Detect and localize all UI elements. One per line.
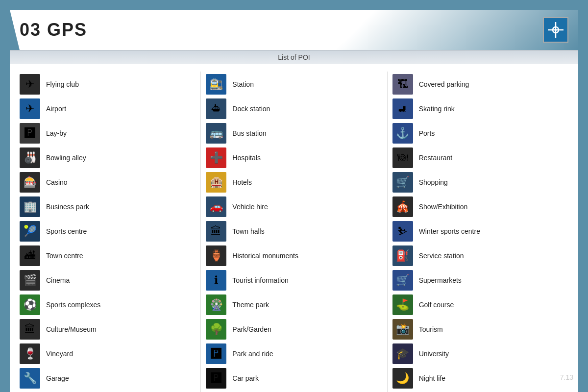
town-halls-label: Town halls (232, 227, 264, 235)
skating-rink-label: Skating rink (419, 105, 455, 113)
dock-station-label: Dock station (232, 105, 270, 113)
show-exhibition-label: Show/Exhibition (419, 203, 468, 211)
list-item: 🍷Vineyard (20, 343, 196, 364)
ports-icon: ⚓ (392, 123, 413, 144)
list-item: 🏛Town halls (206, 221, 382, 242)
list-item: ⛴Dock station (206, 98, 382, 119)
list-item: 🎓University (392, 343, 568, 364)
list-item: 🏛Culture/Museum (20, 319, 196, 340)
header: 03 GPS (10, 10, 578, 50)
column-3: 🏗Covered parking⛸Skating rink⚓Ports🍽Rest… (388, 72, 573, 392)
university-label: University (419, 350, 449, 358)
park-garden-icon: 🌳 (206, 319, 226, 340)
bus-station-label: Bus station (232, 129, 266, 137)
list-item: 🚌Bus station (206, 123, 382, 144)
service-station-icon: ⛽ (392, 245, 413, 266)
theme-park-label: Theme park (232, 301, 269, 309)
vehicle-hire-label: Vehicle hire (232, 203, 268, 211)
list-item: 🎡Theme park (206, 294, 382, 315)
sports-centre-label: Sports centre (46, 227, 87, 235)
subtitle-text: List of POI (278, 53, 310, 61)
list-item: 🚉Station (206, 74, 382, 95)
page-number: 7.13 (560, 373, 573, 381)
column-2: 🚉Station⛴Dock station🚌Bus station➕Hospit… (201, 72, 387, 392)
dock-station-icon: ⛴ (206, 98, 226, 119)
list-item: 🅿Park and ride (206, 343, 382, 364)
list-item: 🅿Car park (206, 368, 382, 389)
gps-icon (543, 17, 568, 43)
golf-course-icon: ⛳ (392, 294, 413, 315)
list-item: 🔧Garage (20, 368, 196, 389)
service-station-label: Service station (419, 252, 464, 260)
list-item: 🎳Bowling alley (20, 147, 196, 168)
list-item: ⛳Golf course (392, 294, 568, 315)
covered-parking-label: Covered parking (419, 80, 469, 88)
culture-museum-icon: 🏛 (20, 319, 40, 340)
covered-parking-icon: 🏗 (392, 74, 413, 95)
poi-content: ✈Flying club✈Airport🅿Lay-by🎳Bowling alle… (10, 64, 578, 392)
list-item: 🎰Casino (20, 172, 196, 193)
cinema-label: Cinema (46, 276, 70, 284)
university-icon: 🎓 (392, 343, 413, 364)
cinema-icon: 🎬 (20, 270, 40, 291)
casino-label: Casino (46, 178, 68, 186)
skating-rink-icon: ⛸ (392, 98, 413, 119)
supermarkets-label: Supermarkets (419, 276, 462, 284)
flying-club-icon: ✈ (20, 74, 40, 95)
list-item: ⛸Skating rink (392, 98, 568, 119)
vineyard-label: Vineyard (46, 350, 73, 358)
list-item: 🎪Show/Exhibition (392, 196, 568, 217)
sports-centre-icon: 🎾 (20, 221, 40, 242)
town-halls-icon: 🏛 (206, 221, 226, 242)
list-item: 🏗Covered parking (392, 74, 568, 95)
winter-sports-centre-icon: ⛷ (392, 221, 413, 242)
list-item: 🌙Night life (392, 368, 568, 389)
svg-point-4 (555, 29, 557, 31)
golf-course-label: Golf course (419, 301, 454, 309)
list-item: 🅿Lay-by (20, 123, 196, 144)
tourism-label: Tourism (419, 325, 443, 333)
airport-icon: ✈ (20, 98, 40, 119)
night-life-label: Night life (419, 374, 445, 382)
list-item: 🚗Vehicle hire (206, 196, 382, 217)
hotels-icon: 🏨 (206, 172, 226, 193)
historical-monuments-icon: 🏺 (206, 245, 226, 266)
page-title: 03 GPS (20, 20, 87, 40)
tourist-information-label: Tourist information (232, 276, 288, 284)
airport-label: Airport (46, 105, 66, 113)
park-garden-label: Park/Garden (232, 325, 271, 333)
historical-monuments-label: Historical monuments (232, 252, 298, 260)
list-item: ⚽Sports complexes (20, 294, 196, 315)
town-centre-label: Town centre (46, 252, 83, 260)
column-1: ✈Flying club✈Airport🅿Lay-by🎳Bowling alle… (15, 72, 201, 392)
list-item: ℹTourist information (206, 270, 382, 291)
station-icon: 🚉 (206, 74, 226, 95)
list-item: 🏢Business park (20, 196, 196, 217)
lay-by-label: Lay-by (46, 129, 67, 137)
car-park-label: Car park (232, 374, 259, 382)
restaurant-label: Restaurant (419, 154, 452, 162)
list-item: 🛒Supermarkets (392, 270, 568, 291)
tourism-icon: 📸 (392, 319, 413, 340)
hospitals-icon: ➕ (206, 147, 226, 168)
shopping-icon: 🛒 (392, 172, 413, 193)
subheader: List of POI (10, 50, 578, 64)
list-item: ⛽Service station (392, 245, 568, 266)
list-item: 📸Tourism (392, 319, 568, 340)
list-item: 🎾Sports centre (20, 221, 196, 242)
sports-complexes-icon: ⚽ (20, 294, 40, 315)
hotels-label: Hotels (232, 178, 252, 186)
vineyard-icon: 🍷 (20, 343, 40, 364)
list-item: 🏙Town centre (20, 245, 196, 266)
garage-label: Garage (46, 374, 69, 382)
restaurant-icon: 🍽 (392, 147, 413, 168)
show-exhibition-icon: 🎪 (392, 196, 413, 217)
business-park-label: Business park (46, 203, 89, 211)
car-park-icon: 🅿 (206, 368, 226, 389)
list-item: 🛒Shopping (392, 172, 568, 193)
supermarkets-icon: 🛒 (392, 270, 413, 291)
park-and-ride-icon: 🅿 (206, 343, 226, 364)
ports-label: Ports (419, 129, 435, 137)
list-item: 🍽Restaurant (392, 147, 568, 168)
business-park-icon: 🏢 (20, 196, 40, 217)
